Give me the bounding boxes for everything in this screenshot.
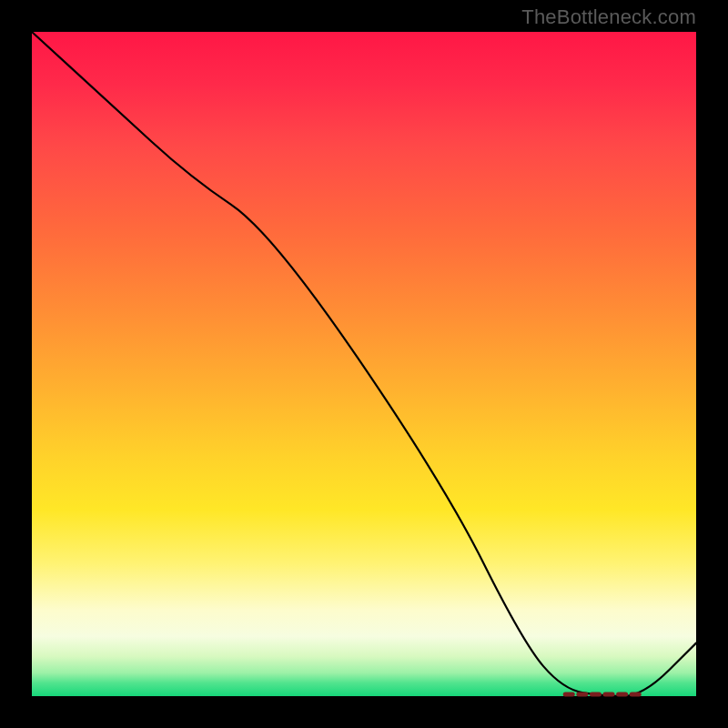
- bottleneck-curve: [32, 32, 696, 696]
- plot-area: [32, 32, 696, 696]
- chart-frame: TheBottleneck.com: [0, 0, 728, 728]
- attribution-text: TheBottleneck.com: [521, 5, 696, 29]
- chart-svg: [32, 32, 696, 696]
